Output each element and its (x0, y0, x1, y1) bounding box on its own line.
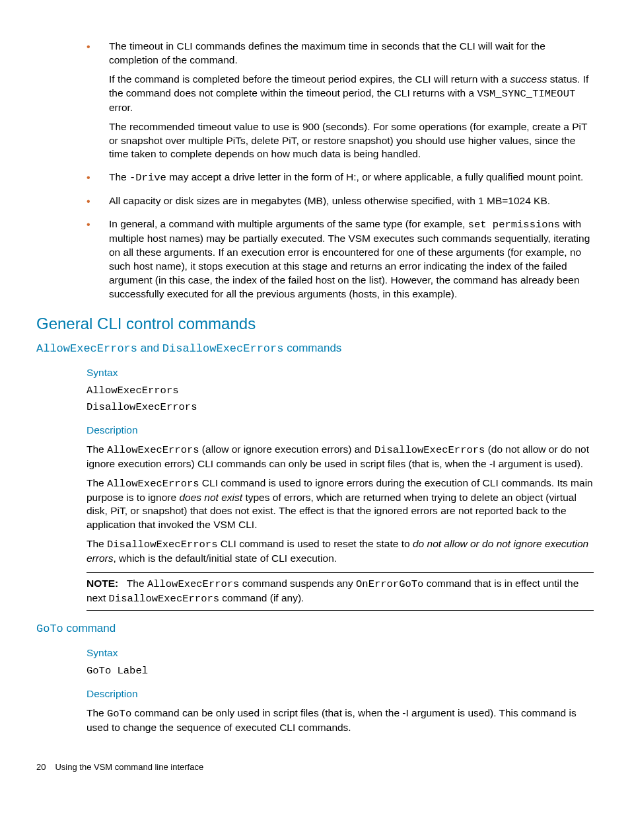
text-run: and (137, 342, 162, 354)
text-run: command (if any). (219, 592, 304, 603)
italic-text: does not exist (179, 492, 242, 503)
description-heading: Description (87, 424, 594, 438)
italic-text: success (510, 73, 547, 85)
code-text: OnErrorGoTo (356, 578, 423, 590)
code-text: GoTo (107, 708, 131, 720)
syntax-heading: Syntax (87, 366, 594, 380)
text-run: CLI command is used to reset the state t… (217, 538, 413, 549)
code-text: AllowExecErrors (107, 444, 199, 456)
footer-title: Using the VSM command line interface (55, 762, 203, 772)
text-run: The (87, 477, 107, 488)
text-run: command can be only used in script files… (87, 707, 577, 733)
text-run: , which is the default/initial state of … (113, 553, 337, 564)
code-text: -Drive (129, 172, 166, 184)
text-run: command suspends any (239, 578, 356, 589)
text-run: The (109, 171, 129, 182)
note-box: NOTE: The AllowExecErrors command suspen… (87, 572, 594, 611)
code-text: VSM_SYNC_TIMEOUT (477, 88, 575, 100)
body-text: The AllowExecErrors CLI command is used … (87, 477, 594, 533)
code-text: AllowExecErrors (107, 478, 199, 490)
text-run: In general, a command with multiple argu… (109, 218, 468, 229)
page-footer: 20Using the VSM command line interface (36, 761, 594, 773)
text-run: error. (109, 102, 133, 113)
code-text: GoTo (36, 623, 63, 635)
body-text: The GoTo command can be only used in scr… (87, 706, 594, 735)
bullet-item: All capacity or disk sizes are in megaby… (36, 194, 594, 208)
body-text: The DisallowExecErrors CLI command is us… (87, 537, 594, 566)
text-run: command (63, 622, 116, 634)
note-label: NOTE: (87, 578, 118, 589)
syntax-line: DisallowExecErrors (87, 401, 594, 414)
text-run: commands (283, 342, 341, 354)
syntax-heading: Syntax (87, 646, 594, 660)
syntax-line: GoTo Label (87, 664, 594, 678)
body-text: If the command is completed before the t… (109, 73, 594, 115)
code-text: DisallowExecErrors (109, 593, 219, 605)
text-run: The (87, 538, 107, 549)
text-run: The (87, 707, 107, 718)
text-run: If the command is completed before the t… (109, 73, 510, 85)
description-heading: Description (87, 687, 594, 701)
text-run: The (127, 578, 147, 589)
body-text: The AllowExecErrors (allow or ignore exe… (87, 443, 594, 471)
bullet-item: The -Drive may accept a drive letter in … (36, 171, 594, 185)
command-body: Syntax GoTo Label Description The GoTo c… (87, 646, 594, 735)
text-run: may accept a drive letter in the form of… (166, 171, 584, 182)
text-run: The (87, 443, 107, 455)
code-text: AllowExecErrors (36, 342, 137, 355)
command-body: Syntax AllowExecErrors DisallowExecError… (87, 366, 594, 611)
code-text: DisallowExecErrors (107, 539, 217, 551)
bullet-item: In general, a command with multiple argu… (36, 217, 594, 301)
syntax-line: AllowExecErrors (87, 384, 594, 398)
text-run: (allow or ignore execution errors) and (199, 443, 374, 455)
bullet-item: The timeout in CLI commands defines the … (36, 40, 594, 161)
code-text: DisallowExecErrors (374, 444, 485, 456)
code-text: AllowExecErrors (147, 578, 240, 590)
body-text: The recommended timeout value to use is … (109, 120, 594, 162)
command-heading: AllowExecErrors and DisallowExecErrors c… (36, 341, 594, 357)
section-heading: General CLI control commands (36, 313, 594, 334)
body-text: The timeout in CLI commands defines the … (109, 40, 594, 67)
bullet-list: The timeout in CLI commands defines the … (36, 40, 594, 301)
code-text: set permissions (468, 219, 561, 231)
page-number: 20 (36, 761, 46, 773)
code-text: DisallowExecErrors (162, 342, 284, 355)
command-heading: GoTo command (36, 621, 594, 637)
